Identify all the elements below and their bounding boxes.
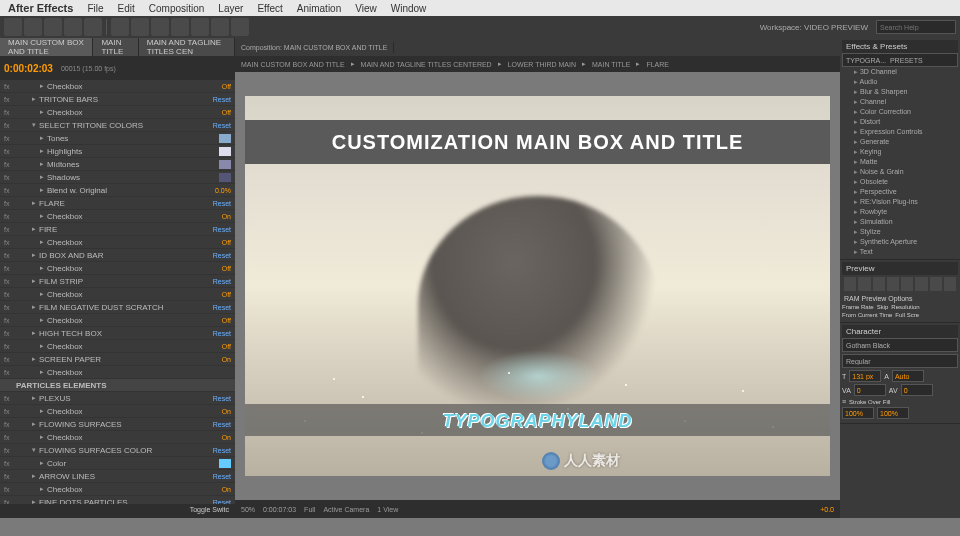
property-value[interactable]: Reset [213,96,231,103]
effect-category[interactable]: Synthetic Aperture [842,237,958,247]
property-value[interactable]: Reset [213,421,231,428]
kerning-input[interactable] [854,384,886,396]
menu-animation[interactable]: Animation [297,3,341,14]
first-frame-icon[interactable] [844,277,856,291]
menu-effect[interactable]: Effect [257,3,282,14]
property-value[interactable]: On [222,486,231,493]
property-value[interactable]: Off [222,109,231,116]
hand-tool-icon[interactable] [24,18,42,36]
prev-frame-icon[interactable] [858,277,870,291]
footer-timecode[interactable]: 0:00:07:03 [263,506,296,513]
property-value[interactable]: Reset [213,278,231,285]
effect-category[interactable]: Generate [842,137,958,147]
hscale-input[interactable] [877,407,909,419]
audio-icon[interactable] [915,277,927,291]
property-row[interactable]: fx▸CheckboxOn [0,483,235,496]
disclosure-arrow-icon[interactable]: ▸ [40,342,44,350]
disclosure-arrow-icon[interactable]: ▸ [32,472,36,480]
effect-category[interactable]: Text [842,247,958,257]
effect-category[interactable]: RE:Vision Plug-ins [842,197,958,207]
brush-tool-icon[interactable] [171,18,189,36]
disclosure-arrow-icon[interactable]: ▸ [32,394,36,402]
property-row[interactable]: fx▸CheckboxOff [0,340,235,353]
breadcrumb-item[interactable]: LOWER THIRD MAIN [508,61,576,68]
property-value[interactable]: Reset [213,122,231,129]
viewport[interactable]: CUSTOMIZATION MAIN BOX AND TITLE TYPOGRA… [235,72,840,500]
breadcrumb-item[interactable]: MAIN TITLE [592,61,630,68]
property-row[interactable]: fx▸FILM NEGATIVE DUST SCRATCHReset [0,301,235,314]
effect-category[interactable]: Simulation [842,217,958,227]
character-header[interactable]: Character [842,325,958,338]
color-swatch[interactable] [219,160,231,169]
disclosure-arrow-icon[interactable]: ▸ [32,199,36,207]
property-value[interactable]: Off [222,83,231,90]
eraser-tool-icon[interactable] [211,18,229,36]
disclosure-arrow-icon[interactable]: ▸ [40,108,44,116]
property-value[interactable]: On [222,434,231,441]
effect-category[interactable]: Obsolete [842,177,958,187]
toggle-switches[interactable]: Toggle Switc [0,504,235,518]
comp-tab-label[interactable]: Composition: MAIN CUSTOM BOX AND TITLE [235,42,394,53]
effect-category[interactable]: Perspective [842,187,958,197]
effect-category[interactable]: Matte [842,157,958,167]
vscale-input[interactable] [842,407,874,419]
effect-category[interactable]: 3D Channel [842,67,958,77]
disclosure-arrow-icon[interactable]: ▸ [32,420,36,428]
disclosure-arrow-icon[interactable]: ▸ [40,212,44,220]
font-style-select[interactable] [842,354,958,368]
property-row[interactable]: fx▸CheckboxOff [0,80,235,93]
property-value[interactable]: Off [222,265,231,272]
property-row[interactable]: fx▸CheckboxOn [0,405,235,418]
disclosure-arrow-icon[interactable]: ▸ [40,407,44,415]
effects-header[interactable]: Effects & Presets [842,40,958,53]
effect-category[interactable]: Rowbyte [842,207,958,217]
effect-category[interactable]: Audio [842,77,958,87]
menu-edit[interactable]: Edit [118,3,135,14]
effect-category[interactable]: Channel [842,97,958,107]
loop-icon[interactable] [930,277,942,291]
last-frame-icon[interactable] [901,277,913,291]
tracking-input[interactable] [901,384,933,396]
property-row[interactable]: fx▸HIGH TECH BOXReset [0,327,235,340]
effects-search-input[interactable] [842,53,958,67]
effect-category[interactable]: Distort [842,117,958,127]
puppet-tool-icon[interactable] [231,18,249,36]
property-value[interactable]: On [222,408,231,415]
leading-input[interactable] [892,370,924,382]
disclosure-arrow-icon[interactable]: ▸ [40,147,44,155]
effect-category[interactable]: Stylize [842,227,958,237]
effect-category[interactable]: Blur & Sharpen [842,87,958,97]
property-row[interactable]: fx▾SELECT TRITONE COLORSReset [0,119,235,132]
property-row[interactable]: fx▸FLOWING SURFACESReset [0,418,235,431]
property-row[interactable]: fx▸CheckboxOff [0,106,235,119]
property-list[interactable]: fx▸CheckboxOfffx▸TRITONE BARSResetfx▸Che… [0,80,235,504]
property-row[interactable]: fx▸Color [0,457,235,470]
menu-layer[interactable]: Layer [218,3,243,14]
property-row[interactable]: fx▸CheckboxOff [0,314,235,327]
search-help-input[interactable] [876,20,956,34]
property-row[interactable]: fx▸CheckboxOff [0,236,235,249]
timecode[interactable]: 0:00:02:03 [4,63,53,74]
exposure[interactable]: +0.0 [820,506,834,513]
color-swatch[interactable] [219,134,231,143]
view-count[interactable]: 1 View [377,506,398,513]
clone-tool-icon[interactable] [191,18,209,36]
property-value[interactable]: Reset [213,473,231,480]
property-row[interactable]: fx▸ID BOX AND BARReset [0,249,235,262]
property-row[interactable]: fx▸TRITONE BARSReset [0,93,235,106]
property-row[interactable]: fx▸CheckboxOn [0,210,235,223]
tab-main-title[interactable]: MAIN TITLE [93,38,138,58]
effect-category[interactable]: Keying [842,147,958,157]
ram-preview-icon[interactable] [944,277,956,291]
text-tool-icon[interactable] [151,18,169,36]
color-swatch[interactable] [219,459,231,468]
menu-composition[interactable]: Composition [149,3,205,14]
property-row[interactable]: fx▸FINE DOTS PARTICLESReset [0,496,235,504]
disclosure-arrow-icon[interactable]: ▸ [40,368,44,376]
rotate-tool-icon[interactable] [64,18,82,36]
property-row[interactable]: fx▸Shadows [0,171,235,184]
disclosure-arrow-icon[interactable]: ▾ [32,121,36,129]
property-value[interactable]: Reset [213,447,231,454]
zoom-tool-icon[interactable] [44,18,62,36]
property-row[interactable]: fx▸FILM STRIPReset [0,275,235,288]
